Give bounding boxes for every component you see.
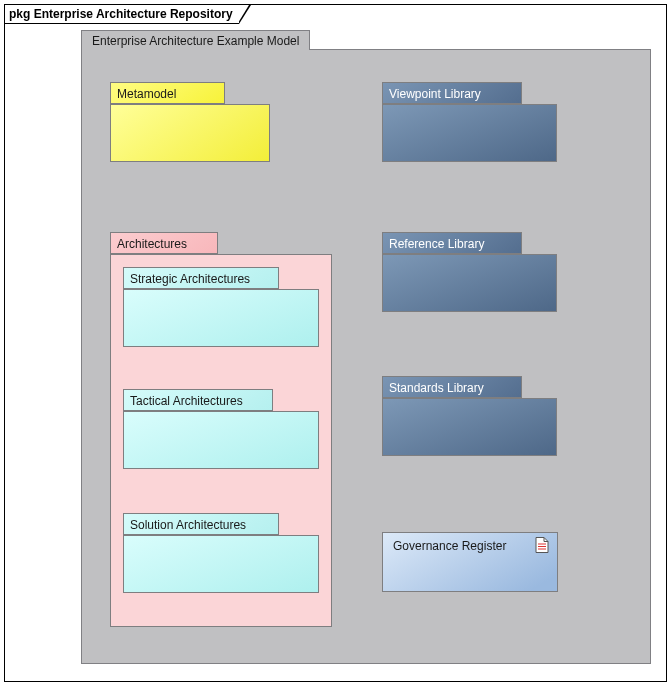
package-tactical[interactable]: Tactical Architectures: [123, 389, 319, 469]
package-tactical-label: Tactical Architectures: [123, 389, 273, 411]
package-metamodel[interactable]: Metamodel: [110, 82, 270, 162]
package-architectures[interactable]: Architectures Strategic Architectures Ta…: [110, 232, 332, 627]
package-architectures-label: Architectures: [110, 232, 218, 254]
package-reference-label: Reference Library: [382, 232, 522, 254]
package-standards-library[interactable]: Standards Library: [382, 376, 557, 456]
artifact-governance-register[interactable]: Governance Register: [382, 532, 558, 592]
package-solution-label: Solution Architectures: [123, 513, 279, 535]
package-standards-body: [382, 398, 557, 456]
package-metamodel-body: [110, 104, 270, 162]
artifact-governance-label: Governance Register: [393, 539, 506, 553]
package-architectures-body: Strategic Architectures Tactical Archite…: [110, 254, 332, 627]
model-package-label: Enterprise Architecture Example Model: [81, 30, 310, 50]
package-viewpoint-body: [382, 104, 557, 162]
package-viewpoint-library[interactable]: Viewpoint Library: [382, 82, 557, 162]
package-strategic-label: Strategic Architectures: [123, 267, 279, 289]
model-package: Enterprise Architecture Example Model Me…: [81, 49, 651, 664]
diagram-frame-tab: pkg Enterprise Architecture Repository: [4, 4, 251, 24]
package-metamodel-label: Metamodel: [110, 82, 225, 104]
package-reference-body: [382, 254, 557, 312]
package-strategic-body: [123, 289, 319, 347]
diagram-frame: pkg Enterprise Architecture Repository E…: [4, 4, 667, 682]
diagram-frame-tab-corner: [239, 4, 251, 24]
package-viewpoint-label: Viewpoint Library: [382, 82, 522, 104]
package-tactical-body: [123, 411, 319, 469]
document-icon: [535, 537, 549, 553]
package-solution-body: [123, 535, 319, 593]
package-reference-library[interactable]: Reference Library: [382, 232, 557, 312]
package-solution[interactable]: Solution Architectures: [123, 513, 319, 593]
package-strategic[interactable]: Strategic Architectures: [123, 267, 319, 347]
package-standards-label: Standards Library: [382, 376, 522, 398]
diagram-frame-title: pkg Enterprise Architecture Repository: [4, 4, 239, 24]
